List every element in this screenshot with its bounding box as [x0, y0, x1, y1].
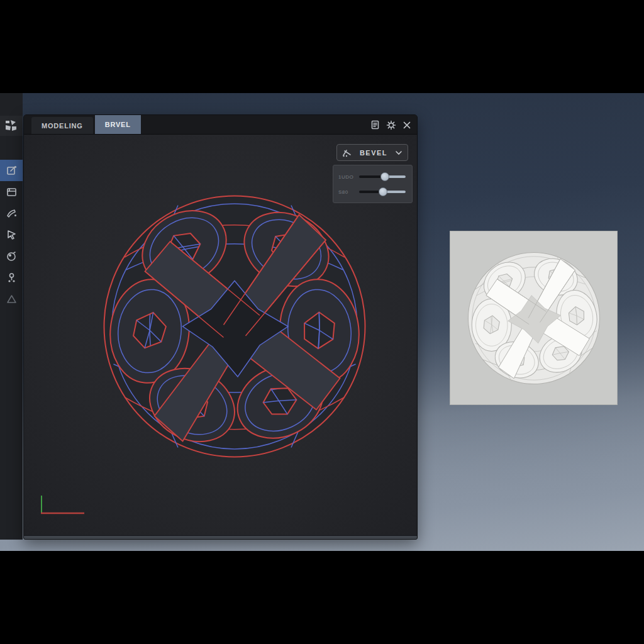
sidebar-item-pen[interactable]: [0, 203, 23, 224]
sidebar-item-mesh[interactable]: [0, 288, 23, 309]
sidebar-item-sculpt[interactable]: [0, 245, 23, 267]
select-cursor-icon: [6, 229, 18, 241]
dropdown-selected-value: BEVEL: [352, 149, 395, 157]
tab-label: MODELING: [42, 122, 83, 130]
window-titlebar: MODELING BRVEL: [24, 115, 417, 135]
screen: MODELING BRVEL: [0, 0, 644, 644]
new-object-icon: [6, 165, 18, 177]
clay-render-knot: [447, 231, 621, 405]
render-preview-image: [450, 231, 618, 405]
layers-panel-icon: [6, 186, 18, 198]
character-rig-icon: [6, 272, 18, 284]
tab-bevel[interactable]: BRVEL: [95, 115, 141, 134]
wireframe-knot-model: [77, 169, 392, 484]
slider-row: S80: [338, 186, 406, 197]
slider-label: 1UDO: [338, 174, 355, 180]
sidebar-item-new-object[interactable]: [0, 160, 23, 181]
slider-thumb[interactable]: [380, 172, 389, 181]
bevel-slider-1[interactable]: [359, 171, 406, 182]
3d-viewport[interactable]: BEVEL 1UDO S80: [24, 135, 417, 535]
mesh-triangle-icon: [6, 293, 18, 305]
gear-icon[interactable]: [386, 119, 396, 130]
bevel-icon: [342, 148, 352, 157]
tab-label: BRVEL: [105, 121, 131, 128]
tool-dropdown[interactable]: BEVEL: [336, 144, 408, 161]
bevel-slider-2[interactable]: [359, 186, 406, 197]
tool-sidebar: [0, 93, 23, 540]
sidebar-item-layers[interactable]: [0, 181, 23, 203]
app-logo-icon: [0, 116, 23, 136]
close-icon[interactable]: [401, 119, 412, 130]
slider-thumb[interactable]: [379, 187, 387, 196]
axis-gizmo: [40, 495, 86, 516]
sidebar-item-select[interactable]: [0, 224, 23, 245]
sculpt-sphere-icon: [6, 250, 18, 262]
bevel-options-panel: 1UDO S80: [333, 165, 413, 203]
tab-modeling[interactable]: MODELING: [31, 117, 93, 134]
slider-label: S80: [338, 189, 355, 195]
chevron-down-icon: [395, 150, 402, 155]
modeling-window: MODELING BRVEL: [23, 114, 418, 540]
sidebar-item-character[interactable]: [0, 267, 23, 288]
window-bottom-bar: [24, 535, 417, 539]
save-file-icon[interactable]: [370, 119, 380, 130]
slider-row: 1UDO: [338, 171, 406, 182]
pen-tool-icon: [6, 208, 18, 219]
